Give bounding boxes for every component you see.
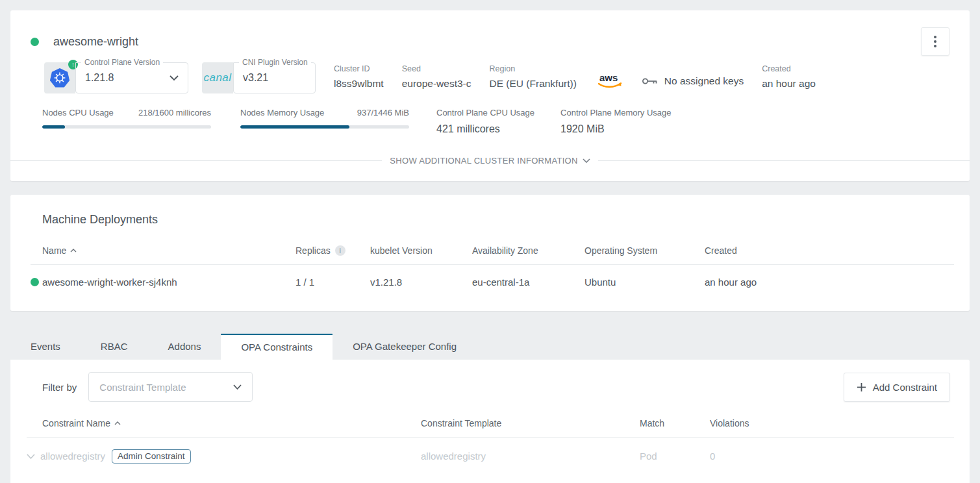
canal-cni-icon: canal — [202, 62, 233, 93]
expand-row-chevron-icon[interactable] — [27, 454, 35, 459]
nodes-cpu-usage: Nodes CPU Usage 218/1600 millicores — [42, 108, 211, 129]
kubernetes-icon: ↑ — [44, 62, 75, 93]
constraint-row[interactable]: allowedregistry Admin Constraint allowed… — [27, 438, 954, 475]
constraint-match: Pod — [640, 451, 710, 462]
nodes-cpu-usage-value: 218/1600 millicores — [138, 108, 211, 118]
cni-plugin-version-value: v3.21 — [243, 72, 268, 84]
svg-text:aws: aws — [599, 72, 618, 83]
nodes-memory-usage-value: 937/1446 MiB — [357, 108, 409, 118]
nodes-memory-progress-bar — [240, 125, 409, 129]
control-plane-memory-value: 1920 MiB — [560, 123, 672, 135]
control-plane-version-select[interactable]: ↑ Control Plane Version 1.21.8 — [44, 62, 188, 93]
add-constraint-button[interactable]: Add Constraint — [844, 373, 950, 402]
deployment-kubelet-version: v1.21.8 — [370, 277, 472, 288]
sort-ascending-icon — [114, 421, 121, 425]
column-violations: Violations — [710, 418, 954, 428]
constraint-name: allowedregistry — [40, 451, 105, 462]
column-kubelet-version: kubelet Version — [370, 245, 472, 256]
seed-value: europe-west3-c — [402, 78, 471, 90]
vertical-dots-icon — [934, 36, 936, 38]
deployment-created: an hour ago — [705, 277, 954, 288]
tab-opa-constraints[interactable]: OPA Constraints — [221, 334, 333, 360]
control-plane-version-label: Control Plane Version — [81, 58, 163, 67]
cluster-detail-page: awesome-wright — [0, 0, 980, 483]
region-value: DE (EU (Frankfurt)) — [490, 78, 577, 90]
machine-deployments-header: Name Replicas i kubelet Version Availabi… — [31, 245, 954, 265]
cni-plugin-version-field: canal CNI Plugin Version v3.21 — [202, 62, 316, 93]
column-replicas: Replicas i — [295, 245, 370, 256]
cluster-tabs: Events RBAC Addons OPA Constraints OPA G… — [10, 334, 970, 360]
info-icon[interactable]: i — [335, 245, 346, 256]
column-match: Match — [640, 418, 710, 428]
region-block: Region DE (EU (Frankfurt)) — [490, 64, 577, 90]
column-constraint-template: Constraint Template — [421, 418, 640, 428]
nodes-cpu-progress-bar — [42, 125, 211, 129]
tab-rbac[interactable]: RBAC — [81, 334, 148, 360]
constraint-template: allowedregistry — [421, 451, 640, 462]
admin-constraint-badge: Admin Constraint — [112, 449, 191, 464]
cluster-name: awesome-wright — [53, 35, 921, 49]
deployment-replicas: 1 / 1 — [295, 277, 370, 288]
cni-plugin-version-label: CNI Plugin Version — [239, 58, 311, 67]
constraint-template-filter-select[interactable]: Constraint Template — [88, 372, 253, 402]
constraint-template-filter-placeholder: Constraint Template — [99, 382, 186, 393]
ssh-keys-status: No assigned keys — [642, 75, 744, 87]
created-value: an hour ago — [762, 78, 816, 90]
machine-deployments-card: Machine Deployments Name Replicas i kube… — [10, 195, 970, 311]
cluster-health-dot — [31, 38, 39, 46]
chevron-down-icon — [583, 158, 590, 163]
deployment-operating-system: Ubuntu — [584, 277, 705, 288]
control-plane-version-value: 1.21.8 — [85, 72, 114, 84]
constraints-table-header: Constraint Name Constraint Template Matc… — [27, 418, 954, 438]
key-icon — [642, 76, 659, 86]
column-constraint-name[interactable]: Constraint Name — [27, 418, 421, 428]
tab-opa-gatekeeper-config[interactable]: OPA Gatekeeper Config — [333, 334, 477, 360]
column-created: Created — [705, 245, 954, 256]
column-name[interactable]: Name — [31, 245, 295, 256]
opa-constraints-panel: Filter by Constraint Template Add Constr… — [10, 360, 970, 483]
control-plane-cpu-usage: Control Plane CPU Usage 421 millicores — [436, 108, 534, 135]
created-block: Created an hour ago — [762, 64, 816, 90]
tab-events[interactable]: Events — [10, 334, 81, 360]
control-plane-cpu-value: 421 millicores — [436, 123, 534, 135]
seed-block: Seed europe-west3-c — [402, 64, 471, 90]
chevron-down-icon — [233, 384, 242, 390]
deployment-name: awesome-wright-worker-sj4knh — [42, 277, 177, 288]
ssh-keys-text: No assigned keys — [664, 75, 744, 87]
aws-provider-icon: aws — [596, 71, 623, 92]
chevron-down-icon — [170, 75, 179, 80]
column-availability-zone: Availability Zone — [472, 245, 584, 256]
tab-addons[interactable]: Addons — [148, 334, 221, 360]
machine-deployment-row[interactable]: awesome-wright-worker-sj4knh 1 / 1 v1.21… — [31, 265, 954, 299]
control-plane-memory-usage: Control Plane Memory Usage 1920 MiB — [560, 108, 672, 135]
column-operating-system: Operating System — [584, 245, 705, 256]
deployment-availability-zone: eu-central-1a — [472, 277, 584, 288]
show-additional-cluster-information-toggle[interactable]: SHOW ADDITIONAL CLUSTER INFORMATION — [382, 156, 597, 166]
deployment-health-dot — [31, 278, 39, 286]
nodes-memory-usage: Nodes Memory Usage 937/1446 MiB — [240, 108, 409, 129]
plus-icon — [857, 382, 866, 392]
filter-by-label: Filter by — [42, 382, 77, 393]
cluster-id-value: l8ss9wlbmt — [334, 78, 384, 90]
machine-deployments-title: Machine Deployments — [10, 195, 970, 227]
sort-ascending-icon — [70, 249, 77, 253]
cluster-id-block: Cluster ID l8ss9wlbmt — [334, 64, 384, 90]
constraint-violations: 0 — [710, 451, 954, 462]
cluster-overview-card: awesome-wright — [10, 10, 970, 181]
cluster-actions-menu-button[interactable] — [921, 27, 949, 56]
